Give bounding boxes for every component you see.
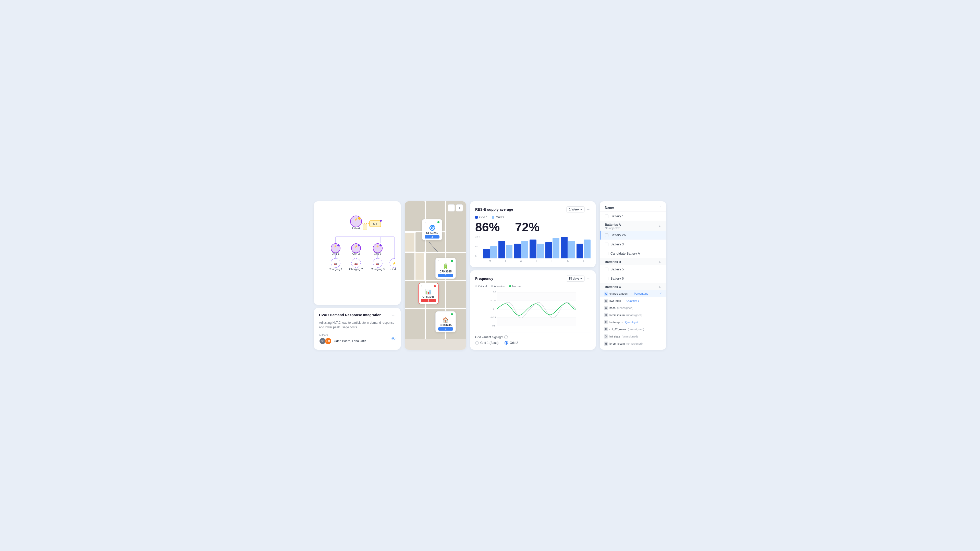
frequency-chart-title: Frequency	[475, 276, 493, 281]
battery-1-checkbox[interactable]	[605, 214, 608, 218]
battery-list-title: Name	[605, 206, 614, 210]
map-node-1-badge: 3	[425, 235, 439, 238]
bar-grid1-4	[546, 242, 552, 259]
bar-group-W-2	[514, 241, 528, 259]
mapping-row-c[interactable]: Chash (unassigned)	[600, 304, 666, 311]
map-node-4-header: ↑	[438, 313, 453, 316]
map-node-1-arrow: ↑	[425, 221, 426, 224]
battery-3-checkbox[interactable]	[605, 243, 608, 246]
mapping-row-h[interactable]: Hlorem-ipsum (unassigned)	[600, 340, 666, 347]
map-node-2[interactable]: ↑ 🔋 CFK3245 3	[435, 258, 456, 279]
bar-label-0: M	[483, 259, 497, 262]
y-label-lower: -0.25	[490, 316, 496, 319]
radio-inner-grid2	[506, 342, 508, 344]
info-icon: i	[504, 335, 508, 339]
mapping-row-g[interactable]: Ginit-state (unassigned)	[600, 333, 666, 340]
bar-grid2-5	[568, 241, 575, 259]
group-a-title: Batteries A	[605, 223, 621, 227]
mapping-row-a[interactable]: Acharge-amount → Percentage✓	[600, 290, 666, 297]
svg-text:🚗: 🚗	[376, 262, 380, 265]
bar-chart	[483, 235, 590, 259]
supply-period-button[interactable]: 1 Week ▾	[566, 206, 585, 213]
map-node-2-arrow: ↑	[438, 259, 439, 262]
bar-grid2-1	[506, 245, 513, 259]
group-batteries-a[interactable]: Batteries A No objective ∧	[600, 221, 666, 230]
mapping-row-d[interactable]: Dlorem ipsum (unassigned)	[600, 311, 666, 319]
mapping-unassigned-h: (unassigned)	[627, 342, 643, 345]
hvac-header: HVAC Demand Response Integration ···	[319, 313, 396, 318]
highlight-title-text: Grid variant highlight	[475, 335, 503, 339]
group-b-title: Batteries B	[605, 260, 621, 264]
battery-1-label: Battery 1	[611, 214, 624, 218]
battery-item-5[interactable]: Battery 5	[600, 265, 666, 274]
bar-group-T-3	[530, 240, 544, 259]
hvac-title: HVAC Demand Response Integration	[319, 313, 390, 317]
battery-5-checkbox[interactable]	[605, 268, 608, 271]
battery-2a-checkbox[interactable]	[605, 233, 608, 237]
group-batteries-b[interactable]: Batteries B ∧	[600, 258, 666, 265]
mapping-target-e: Quantity-2	[625, 321, 638, 324]
map-node-1-header: ↑	[425, 221, 439, 224]
map-node-1[interactable]: ↑ 🌀 CFK3245 3	[422, 219, 442, 240]
connection-orn4-s5	[362, 223, 369, 224]
y-label-bot: -0.5	[492, 324, 496, 327]
bar-chart-wrapper: 18.4 9.2 0 MTWTFSS	[475, 235, 590, 262]
mapping-field-b: pwr_max	[609, 299, 621, 302]
hvac-menu-button[interactable]: ···	[392, 313, 396, 318]
map-node-2-icon: 🔋	[438, 263, 453, 269]
supply-menu-button[interactable]: ···	[587, 207, 590, 212]
legend-grid2-dot	[492, 216, 494, 219]
mapping-letter-b: B	[604, 299, 608, 303]
mapping-unassigned-d: (unassigned)	[626, 313, 643, 317]
attention-dot	[491, 285, 493, 287]
battery-item-candidate-a[interactable]: Candidate Battery A	[600, 249, 666, 258]
group-a-info: Batteries A No objective	[605, 223, 621, 230]
map-node-4-arrow: ↑	[438, 313, 439, 316]
mapping-row-e[interactable]: Ebatt-cap → Quantity-2	[600, 319, 666, 326]
mapping-row-f[interactable]: Fcol_42_name (unassigned)	[600, 326, 666, 333]
mapping-check-a: ✓	[659, 292, 662, 295]
eye-icon[interactable]: 👁	[391, 337, 396, 342]
supply-chart-title: RES-E supply average	[475, 207, 513, 211]
candidate-a-checkbox[interactable]	[605, 252, 608, 256]
network-diagram: ⚡ OrN-4 S-5	[319, 207, 396, 279]
battery-6-label: Battery 6	[611, 276, 624, 280]
mapping-field-f: col_42_name	[609, 328, 626, 331]
frequency-period-button[interactable]: 15 days ▾	[566, 275, 585, 282]
map-node-3[interactable]: ↑ 📊 CFK3245 3	[418, 283, 439, 304]
charging1-label: Charging 1	[329, 268, 342, 271]
group-batteries-c[interactable]: Batteries C ∧	[600, 283, 666, 290]
mapping-row-b[interactable]: Bpwr_max → Quantity-1	[600, 297, 666, 304]
map-node-3-icon: 📊	[421, 289, 436, 295]
radio-grid2[interactable]: Grid 2	[504, 341, 518, 345]
band-top	[496, 292, 576, 301]
s5-badge	[380, 220, 382, 222]
battery-6-checkbox[interactable]	[605, 277, 608, 280]
mapping-field-e: batt-cap	[609, 321, 620, 324]
zoom-out-button[interactable]: −	[448, 204, 455, 211]
bar-group-S-6	[576, 240, 590, 259]
grid1-label: Grid 1	[390, 268, 396, 271]
radio-grid1[interactable]: Grid 1 (Base)	[475, 341, 498, 345]
battery-item-2a[interactable]: Battery 2A	[600, 230, 666, 240]
bar-grid2-4	[552, 238, 559, 259]
mapping-field-c: hash	[609, 306, 616, 310]
battery-2a-label: Battery 2A	[611, 233, 626, 237]
map-node-3-status	[434, 285, 436, 287]
map-node-4[interactable]: ↑ 🏠 CFK3245 3	[435, 311, 456, 332]
battery-5-label: Battery 5	[611, 267, 624, 271]
frequency-menu-button[interactable]: ···	[587, 276, 590, 281]
battery-item-1[interactable]: Battery 1	[600, 212, 666, 221]
grid2-stat: 72%	[515, 221, 539, 233]
bar-grid1-6	[576, 244, 584, 259]
battery-item-6[interactable]: Battery 6	[600, 274, 666, 283]
mapping-letter-c: C	[604, 306, 608, 310]
map-controls: − +	[448, 204, 463, 211]
orn3-badge	[380, 245, 382, 246]
zoom-in-button[interactable]: +	[456, 204, 463, 211]
legend-grid2: Grid 2	[492, 216, 504, 219]
authors-name: Oden Baard, Lena Ortiz	[334, 339, 366, 343]
wave-gray	[496, 302, 576, 318]
battery-item-3[interactable]: Battery 3	[600, 240, 666, 249]
hvac-authors: Authors OB LO Oden Baard, Lena Ortiz	[319, 333, 366, 345]
